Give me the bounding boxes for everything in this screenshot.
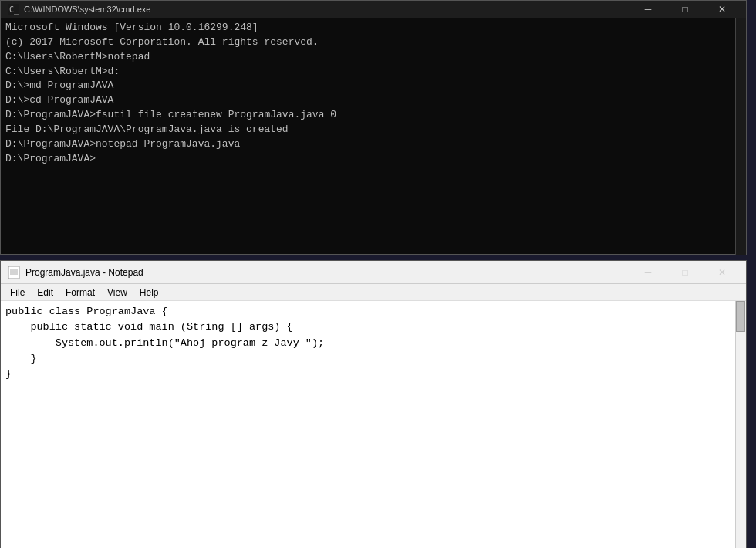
notepad-scrollbar[interactable]: [735, 301, 746, 548]
notepad-titlebar: ProgramJava.java - Notepad ─ □ ✕: [1, 261, 746, 284]
svg-text:C_: C_: [9, 5, 19, 15]
notepad-menu-item-view[interactable]: View: [101, 286, 133, 299]
notepad-menu-item-file[interactable]: File: [4, 286, 31, 299]
notepad-menubar: FileEditFormatViewHelp: [1, 284, 746, 301]
notepad-close-button[interactable]: ✕: [704, 264, 740, 281]
notepad-line: public class ProgramJava {: [5, 304, 741, 320]
notepad-line: public static void main (String [] args)…: [5, 320, 741, 335]
notepad-menu-item-format[interactable]: Format: [59, 286, 101, 299]
cmd-line: D:\>md ProgramJAVA: [5, 79, 741, 93]
cmd-window-controls: ─ □ ✕: [630, 1, 740, 18]
notepad-content-area[interactable]: public class ProgramJava { public static…: [1, 301, 746, 548]
cmd-title: C:\WINDOWS\system32\cmd.exe: [24, 5, 630, 14]
cmd-line: C:\Users\RobertM>d:: [5, 65, 741, 79]
notepad-icon: [7, 266, 21, 279]
notepad-menu-item-help[interactable]: Help: [133, 286, 165, 299]
notepad-line: }: [5, 351, 741, 367]
cmd-line: Microsoft Windows [Version 10.0.16299.24…: [5, 21, 741, 36]
cmd-content-area: Microsoft Windows [Version 10.0.16299.24…: [1, 18, 746, 169]
cmd-close-button[interactable]: ✕: [704, 1, 740, 18]
cmd-line: File D:\ProgramJAVA\ProgramJava.java is …: [5, 123, 741, 137]
cmd-line: D:\ProgramJAVA>: [5, 152, 741, 167]
notepad-maximize-button[interactable]: □: [667, 264, 703, 281]
notepad-scrollbar-thumb[interactable]: [736, 301, 745, 332]
cmd-line: C:\Users\RobertM>notepad: [5, 50, 741, 65]
notepad-line: }: [5, 367, 741, 382]
notepad-window-controls: ─ □ ✕: [630, 264, 740, 281]
cmd-titlebar: C_ C:\WINDOWS\system32\cmd.exe ─ □ ✕: [1, 1, 746, 18]
cmd-line: D:\>cd ProgramJAVA: [5, 93, 741, 108]
cmd-minimize-button[interactable]: ─: [630, 1, 666, 18]
cmd-window: C_ C:\WINDOWS\system32\cmd.exe ─ □ ✕ Mic…: [0, 0, 747, 255]
cmd-line: (c) 2017 Microsoft Corporation. All righ…: [5, 36, 741, 50]
notepad-minimize-button[interactable]: ─: [630, 264, 666, 281]
notepad-menu-item-edit[interactable]: Edit: [31, 286, 59, 299]
notepad-title: ProgramJava.java - Notepad: [25, 267, 630, 278]
cmd-scrollbar[interactable]: [735, 18, 746, 255]
cmd-maximize-button[interactable]: □: [667, 1, 703, 18]
cmd-line: D:\ProgramJAVA>notepad ProgramJava.java: [5, 137, 741, 152]
cmd-icon: C_: [7, 3, 19, 15]
notepad-line: System.out.println("Ahoj program z Javy …: [5, 336, 741, 351]
cmd-line: D:\ProgramJAVA>fsutil file createnew Pro…: [5, 108, 741, 123]
notepad-window: ProgramJava.java - Notepad ─ □ ✕ FileEdi…: [0, 260, 747, 548]
